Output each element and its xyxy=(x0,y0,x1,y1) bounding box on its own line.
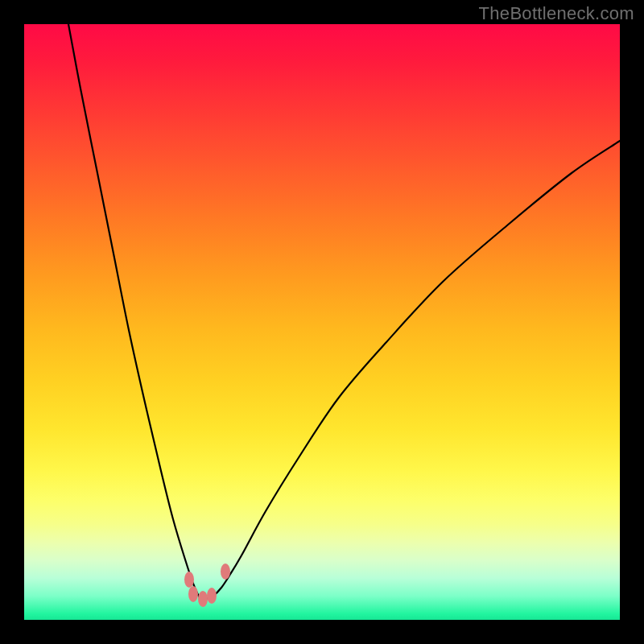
plot-area xyxy=(24,24,620,620)
trough-marker-left xyxy=(184,572,194,588)
chart-frame: TheBottleneck.com xyxy=(0,0,644,644)
trough-marker-mid-3 xyxy=(207,588,217,604)
trough-marker-mid-1 xyxy=(188,586,198,602)
curve-layer xyxy=(24,24,620,620)
bottleneck-curve xyxy=(68,24,620,599)
trough-marker-right xyxy=(221,564,230,580)
trough-marker-mid-2 xyxy=(198,591,208,607)
watermark-text: TheBottleneck.com xyxy=(479,3,634,24)
